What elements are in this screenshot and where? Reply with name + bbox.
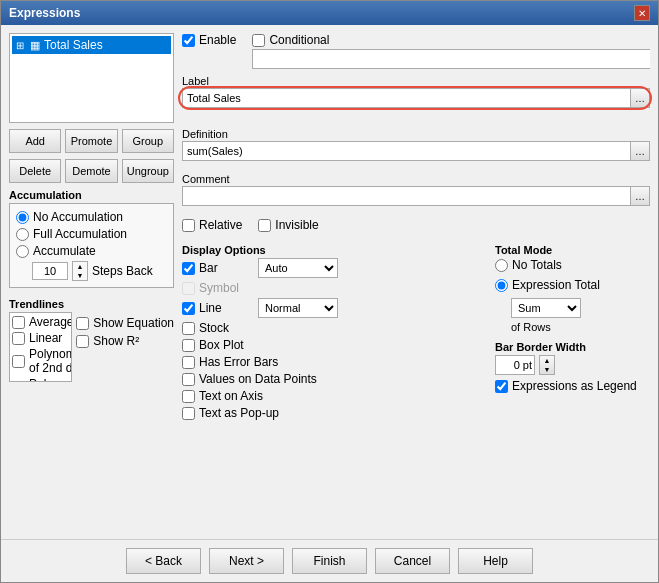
middle-section: Display Options Bar Auto Thin Normal bbox=[182, 244, 650, 420]
comment-input-row: … bbox=[182, 186, 650, 206]
error-bars-row: Has Error Bars bbox=[182, 355, 483, 369]
close-button[interactable]: ✕ bbox=[634, 5, 650, 21]
comment-btn[interactable]: … bbox=[630, 186, 650, 206]
comment-input[interactable] bbox=[182, 186, 630, 206]
box-plot-checkbox[interactable] bbox=[182, 339, 195, 352]
line-row: Line Normal Thin Wide bbox=[182, 298, 483, 318]
no-totals-radio[interactable] bbox=[495, 259, 508, 272]
box-plot-row: Box Plot bbox=[182, 338, 483, 352]
trend-average-label: Average bbox=[29, 315, 72, 329]
symbol-check: Symbol bbox=[182, 281, 252, 295]
text-popup-checkbox[interactable] bbox=[182, 407, 195, 420]
conditional-input[interactable] bbox=[252, 49, 650, 69]
bar-border-section: Bar Border Width ▲ ▼ bbox=[495, 341, 650, 375]
ungroup-button[interactable]: Ungroup bbox=[122, 159, 174, 183]
label-btn[interactable]: … bbox=[630, 88, 650, 108]
invisible-checkbox[interactable] bbox=[258, 219, 271, 232]
top-buttons-row: Add Promote Group bbox=[9, 129, 174, 153]
label-input[interactable] bbox=[182, 88, 630, 108]
full-accumulation-radio[interactable] bbox=[16, 228, 29, 241]
of-rows-label: of Rows bbox=[511, 321, 650, 333]
trend-poly2-label: Polynomial of 2nd d... bbox=[29, 347, 72, 375]
trend-average-checkbox[interactable] bbox=[12, 316, 25, 329]
expr-legend-row: Expressions as Legend bbox=[495, 379, 650, 393]
steps-back-input[interactable] bbox=[32, 262, 68, 280]
conditional-section: Conditional bbox=[252, 33, 650, 69]
help-button[interactable]: Help bbox=[458, 548, 533, 574]
line-dropdown[interactable]: Normal Thin Wide bbox=[258, 298, 338, 318]
dialog-body: ⊞ ▦ Total Sales Add Promote Group Delete… bbox=[1, 25, 658, 539]
sum-dropdown[interactable]: Sum Avg Min Max bbox=[511, 298, 581, 318]
box-plot-label: Box Plot bbox=[199, 338, 244, 352]
show-equation-checkbox[interactable] bbox=[76, 317, 89, 330]
trend-poly3-label: Polynomial of 3rd d... bbox=[29, 377, 72, 382]
cancel-button[interactable]: Cancel bbox=[375, 548, 450, 574]
stock-label: Stock bbox=[199, 321, 229, 335]
expression-total-radio[interactable] bbox=[495, 279, 508, 292]
bar-border-input[interactable] bbox=[495, 355, 535, 375]
show-r2-row: Show R² bbox=[76, 334, 174, 348]
bar-checkbox[interactable] bbox=[182, 262, 195, 275]
demote-button[interactable]: Demote bbox=[65, 159, 117, 183]
conditional-checkbox[interactable] bbox=[252, 34, 265, 47]
line-checkbox[interactable] bbox=[182, 302, 195, 315]
conditional-header: Conditional bbox=[252, 33, 650, 47]
total-mode-section: Total Mode No Totals Expression Total bbox=[495, 244, 650, 420]
bar-border-down[interactable]: ▼ bbox=[540, 365, 554, 374]
bar-border-up[interactable]: ▲ bbox=[540, 356, 554, 365]
definition-input[interactable] bbox=[182, 141, 630, 161]
conditional-input-row bbox=[252, 49, 650, 69]
values-row: Values on Data Points bbox=[182, 372, 483, 386]
back-button[interactable]: < Back bbox=[126, 548, 201, 574]
expr-legend-checkbox[interactable] bbox=[495, 380, 508, 393]
text-axis-checkbox[interactable] bbox=[182, 390, 195, 403]
promote-button[interactable]: Promote bbox=[65, 129, 117, 153]
error-bars-checkbox[interactable] bbox=[182, 356, 195, 369]
invisible-label: Invisible bbox=[275, 218, 318, 232]
bar-chart-icon: ▦ bbox=[30, 39, 40, 52]
values-checkbox[interactable] bbox=[182, 373, 195, 386]
expression-item[interactable]: ⊞ ▦ Total Sales bbox=[12, 36, 171, 54]
show-r2-checkbox[interactable] bbox=[76, 335, 89, 348]
expression-label: Total Sales bbox=[44, 38, 103, 52]
stock-checkbox[interactable] bbox=[182, 322, 195, 335]
trend-linear-checkbox[interactable] bbox=[12, 332, 25, 345]
bar-dropdown[interactable]: Auto Thin Normal Wide bbox=[258, 258, 338, 278]
definition-btn[interactable]: … bbox=[630, 141, 650, 161]
trend-extra-checks: Show Equation Show R² bbox=[76, 316, 174, 382]
label-input-row: … bbox=[182, 88, 650, 108]
accumulate-row: Accumulate bbox=[16, 244, 167, 258]
full-accumulation-label: Full Accumulation bbox=[33, 227, 127, 241]
no-accumulation-radio[interactable] bbox=[16, 211, 29, 224]
symbol-checkbox[interactable] bbox=[182, 282, 195, 295]
steps-back-down[interactable]: ▼ bbox=[73, 271, 87, 280]
steps-back-up[interactable]: ▲ bbox=[73, 262, 87, 271]
relative-row: Relative bbox=[182, 218, 242, 232]
label-section: Label … bbox=[182, 75, 650, 116]
trendlines-section: Trendlines Average Linear Po bbox=[9, 298, 174, 531]
steps-back-label: Steps Back bbox=[92, 264, 153, 278]
relative-checkbox[interactable] bbox=[182, 219, 195, 232]
total-mode-label: Total Mode bbox=[495, 244, 650, 256]
trend-poly2-checkbox[interactable] bbox=[12, 355, 25, 368]
enable-row: Enable bbox=[182, 33, 236, 47]
enable-checkbox[interactable] bbox=[182, 34, 195, 47]
label-field-label: Label bbox=[182, 75, 650, 87]
relative-invisible-section: Relative Invisible bbox=[182, 218, 650, 232]
show-equation-label: Show Equation bbox=[93, 316, 174, 330]
delete-button[interactable]: Delete bbox=[9, 159, 61, 183]
bar-row: Bar Auto Thin Normal Wide bbox=[182, 258, 483, 278]
comment-section: Comment … bbox=[182, 173, 650, 206]
expand-icon: ⊞ bbox=[16, 40, 24, 51]
next-button[interactable]: Next > bbox=[209, 548, 284, 574]
definition-section: Definition … bbox=[182, 128, 650, 161]
group-button[interactable]: Group bbox=[122, 129, 174, 153]
add-button[interactable]: Add bbox=[9, 129, 61, 153]
line-check: Line bbox=[182, 301, 252, 315]
bar-border-arrows: ▲ ▼ bbox=[539, 355, 555, 375]
accumulate-radio[interactable] bbox=[16, 245, 29, 258]
expressions-dialog: Expressions ✕ ⊞ ▦ Total Sales Add Promot… bbox=[0, 0, 659, 583]
left-panel: ⊞ ▦ Total Sales Add Promote Group Delete… bbox=[9, 33, 174, 531]
text-axis-row: Text on Axis bbox=[182, 389, 483, 403]
finish-button[interactable]: Finish bbox=[292, 548, 367, 574]
